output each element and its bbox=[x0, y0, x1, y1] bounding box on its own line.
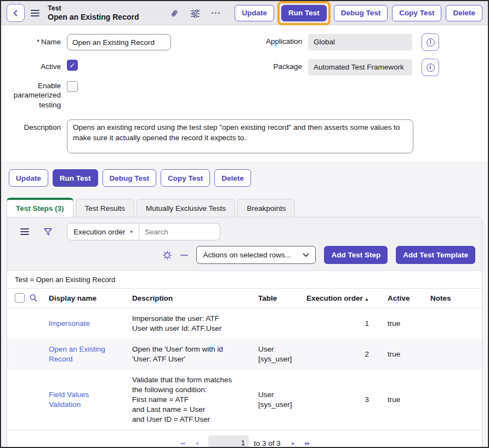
tab-mutually-exclusive-tests[interactable]: Mutually Exclusive Tests bbox=[137, 199, 235, 217]
chevron-down-icon: ▾ bbox=[130, 229, 133, 234]
required-asterisk-icon: * bbox=[37, 38, 39, 46]
table-row: Open an Existing Record Open the 'User' … bbox=[7, 339, 482, 370]
run-test-button-bottom[interactable]: Run Test bbox=[53, 169, 98, 187]
list-settings-gear-icon[interactable] bbox=[162, 250, 172, 260]
cell-execution-order: 2 bbox=[302, 339, 383, 370]
attachment-paperclip-icon[interactable] bbox=[170, 8, 179, 18]
chevron-down-icon bbox=[303, 253, 309, 257]
cell-description: Impersonate the user: ATF User with user… bbox=[128, 308, 254, 340]
actions-on-selected-rows-select[interactable]: Actions on selected rows... bbox=[196, 246, 316, 264]
update-button-bottom[interactable]: Update bbox=[9, 169, 48, 187]
description-field-label: Description bbox=[1, 119, 67, 153]
copy-test-button[interactable]: Copy Test bbox=[392, 5, 441, 21]
tab-test-results[interactable]: Test Results bbox=[76, 199, 135, 217]
related-list-tabs: Test Steps (3) Test Results Mutually Exc… bbox=[7, 198, 488, 217]
test-steps-table: Display name Description Table Execution… bbox=[7, 289, 482, 430]
add-test-step-button[interactable]: Add Test Step bbox=[324, 246, 388, 264]
package-info-button[interactable]: i bbox=[422, 59, 439, 76]
record-link[interactable]: Field Values Validation bbox=[49, 390, 89, 409]
collapse-minus-icon[interactable] bbox=[180, 255, 188, 256]
last-page-icon[interactable]: ▸▸ bbox=[305, 439, 309, 447]
cell-table: User [sys_user] bbox=[254, 339, 302, 370]
record-link[interactable]: Open an Existing Record bbox=[49, 345, 105, 363]
test-form: *Name Active ✓ Enable parameterized test… bbox=[1, 25, 488, 161]
table-row: Field Values Validation Validate that th… bbox=[7, 370, 482, 430]
select-all-checkbox[interactable] bbox=[15, 293, 25, 303]
search-field-selector[interactable]: Execution order ▾ bbox=[67, 223, 139, 240]
personalize-sliders-icon[interactable] bbox=[190, 9, 200, 18]
column-header-display-name[interactable]: Display name bbox=[44, 289, 128, 308]
run-test-button[interactable]: Run Test bbox=[281, 5, 327, 21]
info-icon: i bbox=[427, 38, 435, 47]
update-button[interactable]: Update bbox=[235, 5, 274, 21]
cell-table: User [sys_user] bbox=[254, 370, 302, 430]
previous-page-icon[interactable]: ◂ bbox=[195, 439, 197, 447]
column-header-table[interactable]: Table bbox=[254, 289, 302, 308]
tab-test-steps[interactable]: Test Steps (3) bbox=[7, 198, 73, 217]
checkmark-icon: ✓ bbox=[70, 61, 76, 70]
debug-test-button-bottom[interactable]: Debug Test bbox=[103, 169, 157, 187]
name-field-label: *Name bbox=[1, 34, 67, 47]
list-menu-icon[interactable] bbox=[20, 228, 29, 235]
list-toolbar: Execution order ▾ bbox=[7, 217, 482, 271]
related-lists-section: Update Run Test Debug Test Copy Test Del… bbox=[1, 161, 488, 448]
breadcrumb[interactable]: Test = Open an Existing Record bbox=[7, 271, 482, 289]
chevron-left-icon bbox=[12, 9, 20, 17]
cell-notes bbox=[426, 370, 482, 430]
next-page-icon[interactable]: ▸ bbox=[292, 439, 294, 447]
package-field-label: Package bbox=[258, 59, 308, 71]
info-icon: i bbox=[427, 64, 435, 72]
debug-test-button[interactable]: Debug Test bbox=[334, 5, 388, 21]
record-title-block: Test Open an Existing Record bbox=[48, 4, 139, 22]
cell-description: Open the 'User' form with id 'User: ATF … bbox=[128, 339, 254, 370]
cell-notes bbox=[426, 308, 482, 340]
copy-test-button-bottom[interactable]: Copy Test bbox=[161, 169, 210, 187]
cell-notes bbox=[426, 339, 482, 370]
enable-parameterized-testing-checkbox[interactable] bbox=[67, 81, 78, 92]
application-field-label: Application bbox=[258, 34, 308, 45]
list-pagination: ◂◂ ◂ 1 to 3 of 3 ▸ ▸▸ bbox=[7, 430, 482, 448]
cell-description: Validate that the form matches the follo… bbox=[128, 370, 254, 430]
active-field-label: Active bbox=[1, 59, 67, 72]
name-input[interactable] bbox=[67, 34, 171, 50]
back-button[interactable] bbox=[7, 4, 25, 22]
first-page-icon[interactable]: ◂◂ bbox=[180, 439, 184, 447]
cell-execution-order: 3 bbox=[302, 370, 383, 430]
run-test-highlight-callout: Run Test bbox=[277, 1, 331, 25]
cell-execution-order: 1 bbox=[302, 308, 383, 340]
tab-breakpoints[interactable]: Breakpoints bbox=[237, 199, 295, 217]
cell-table bbox=[254, 308, 302, 340]
cell-active: true bbox=[383, 308, 426, 340]
record-header: Test Open an Existing Record ··· Update bbox=[1, 1, 488, 25]
cell-active: true bbox=[383, 339, 426, 370]
description-textarea[interactable]: Opens an existing record using the test … bbox=[67, 119, 413, 153]
list-search-input[interactable] bbox=[139, 223, 220, 240]
table-row: Impersonate Impersonate the user: ATF Us… bbox=[7, 308, 482, 340]
cell-active: true bbox=[383, 370, 426, 430]
record-type-label: Test bbox=[48, 4, 139, 13]
more-options-icon[interactable]: ··· bbox=[211, 8, 221, 18]
add-test-template-button[interactable]: Add Test Template bbox=[396, 246, 475, 264]
column-header-execution-order[interactable]: Execution order▴ bbox=[302, 289, 383, 308]
application-readonly-field: Global bbox=[308, 34, 412, 50]
delete-button-bottom[interactable]: Delete bbox=[214, 169, 251, 187]
current-page-input[interactable]: 1 bbox=[208, 435, 249, 448]
sort-ascending-icon: ▴ bbox=[366, 296, 368, 302]
active-checkbox[interactable]: ✓ bbox=[67, 60, 78, 71]
record-link[interactable]: Impersonate bbox=[49, 319, 90, 328]
test-steps-list-card: Execution order ▾ bbox=[7, 217, 482, 448]
context-menu-icon[interactable] bbox=[31, 10, 39, 16]
column-header-description[interactable]: Description bbox=[128, 289, 254, 308]
package-readonly-field: Automated Test Framework bbox=[308, 59, 412, 76]
column-search-icon[interactable] bbox=[29, 294, 40, 302]
enable-parameterized-testing-label: Enable parameterized testing bbox=[1, 80, 67, 110]
filter-funnel-icon[interactable] bbox=[43, 227, 53, 236]
form-action-bar: Update Run Test Debug Test Copy Test Del… bbox=[1, 169, 488, 187]
application-info-button[interactable]: i bbox=[422, 33, 439, 51]
pagination-range-text: to 3 of 3 bbox=[254, 439, 281, 447]
column-header-notes[interactable]: Notes bbox=[426, 289, 482, 308]
page-title: Open an Existing Record bbox=[48, 13, 139, 22]
column-header-active[interactable]: Active bbox=[383, 289, 426, 308]
delete-button[interactable]: Delete bbox=[446, 5, 482, 21]
